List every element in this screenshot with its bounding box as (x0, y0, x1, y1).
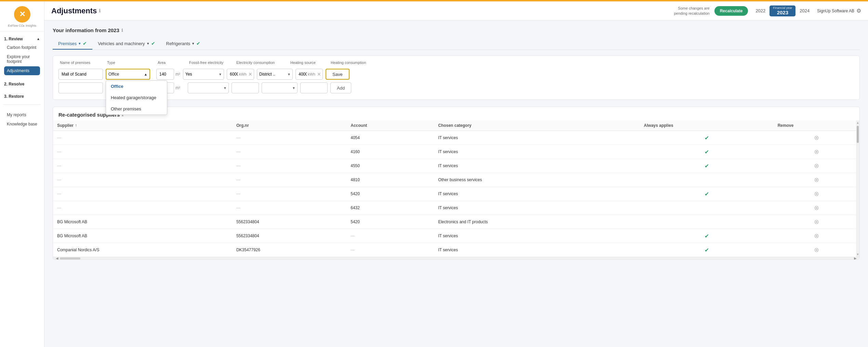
col-header-heat-cons: Heating consumption (331, 61, 382, 65)
th-supplier[interactable]: Supplier ↑ (53, 120, 232, 131)
cell-org: — (232, 159, 346, 173)
remove-icon[interactable]: ⊗ (814, 176, 819, 183)
tab-vehicles[interactable]: Vehicles and machinery ▾ ✔ (92, 38, 160, 50)
cell-remove: ⊗ (774, 159, 859, 173)
scroll-up-arrow[interactable]: ▲ (856, 121, 859, 124)
always-check-icon: ✔ (705, 149, 709, 155)
premises-type-select[interactable]: Office ▲ (106, 69, 150, 80)
sidebar-section-header-review[interactable]: 1. Review ▲ (3, 35, 41, 43)
remove-icon[interactable]: ⊗ (814, 162, 819, 169)
remove-icon[interactable]: ⊗ (814, 246, 819, 253)
tab-premises[interactable]: Premises ▾ ✔ (53, 38, 92, 50)
remove-icon[interactable]: ⊗ (814, 204, 819, 211)
cell-org: — (232, 173, 346, 187)
col-header-type: Type (107, 61, 155, 65)
scrollbar-horizontal[interactable]: ◀ ▶ (53, 257, 859, 259)
heat-src-select-empty[interactable] (262, 82, 298, 93)
always-check-icon: ✔ (705, 191, 709, 197)
premises-row-1: Office ▲ Office Heated garage/storage Ot… (58, 67, 854, 81)
tab-refrigerants[interactable]: Refrigerants ▾ ✔ (161, 38, 206, 50)
info-section-title: Your information from 2023 ℹ (53, 27, 860, 33)
section-info-icon[interactable]: ℹ (121, 28, 123, 33)
cell-supplier: Companial Nordics A/S (53, 243, 232, 257)
premises-name-input-empty[interactable] (58, 82, 103, 93)
type-option-other[interactable]: Other premises (106, 103, 167, 115)
cell-always (640, 215, 774, 229)
tab-refrigerants-chevron: ▾ (192, 41, 194, 46)
table-row: — — 4810 Other business services ⊗ (53, 173, 859, 187)
premises-fossil-select[interactable]: Yes No (183, 69, 224, 80)
add-button[interactable]: Add (330, 82, 351, 93)
table-row: — — 5420 IT services ✔ ⊗ (53, 187, 859, 201)
year-button-2022[interactable]: 2022 (753, 7, 768, 15)
table-row: BG Microsoft AB 5562334804 — IT services… (53, 229, 859, 243)
premises-area-input[interactable] (156, 69, 174, 80)
financial-year-active[interactable]: Financial year 2023 (770, 5, 795, 16)
year-selector: 2022 Financial year 2023 2024 (753, 5, 812, 16)
scroll-down-arrow[interactable]: ▼ (856, 253, 859, 256)
always-check-icon: ✔ (705, 233, 709, 239)
sidebar-section-header-resolve[interactable]: 2. Resolve (3, 80, 41, 88)
sidebar-section-restore: 3. Restore (0, 89, 44, 102)
sidebar-item-explore-footprint[interactable]: Explore your footprint (4, 52, 40, 66)
chevron-up-icon2: ▲ (144, 72, 147, 76)
save-button[interactable]: Save (326, 69, 350, 80)
elec-input-empty[interactable] (232, 82, 259, 93)
remove-icon[interactable]: ⊗ (814, 148, 819, 155)
col-header-elec: Electricity consumption (236, 61, 288, 65)
heat-cons-input-empty[interactable] (300, 82, 328, 93)
suppliers-thead: Supplier ↑ Org.nr Account Chosen categor… (53, 120, 859, 131)
sidebar-item-my-reports[interactable]: My reports (4, 110, 40, 119)
logo-icon: ✕ (14, 6, 30, 23)
cell-supplier: BG Microsoft AB (53, 229, 232, 243)
cell-account: 4160 (346, 145, 434, 159)
always-check-icon: ✔ (705, 163, 709, 169)
th-org: Org.nr (232, 120, 346, 131)
th-always: Always applies (640, 120, 774, 131)
scrollbar-vertical[interactable]: ▲ ▼ (856, 120, 859, 257)
remove-icon[interactable]: ⊗ (814, 134, 819, 141)
cell-org: — (232, 145, 346, 159)
premises-heat-src-select[interactable]: District .. Electric Gas (257, 69, 293, 80)
cell-category: Electronics and IT products (434, 215, 640, 229)
remove-icon[interactable]: ⊗ (814, 190, 819, 197)
premises-type-wrapper: Office ▲ Office Heated garage/storage Ot… (106, 69, 154, 80)
chevron-up-icon: ▲ (37, 37, 40, 41)
settings-icon[interactable]: ⚙ (856, 8, 861, 14)
recalculate-button[interactable]: Recalculate (714, 6, 748, 16)
premises-heat-cons-wrap: kWh ✕ (295, 69, 323, 80)
scroll-right-arrow[interactable]: ▶ (853, 256, 858, 260)
table-row: — — 6432 IT services ⊗ (53, 201, 859, 215)
col-header-heat-src: Heating source (290, 61, 328, 65)
th-remove: Remove (774, 120, 859, 131)
title-info-icon[interactable]: ℹ (99, 8, 101, 13)
premises-fossil-wrapper: Yes No ▼ (183, 69, 224, 80)
scroll-left-arrow[interactable]: ◀ (54, 256, 60, 260)
table-row: Companial Nordics A/S DK35477926 — IT se… (53, 243, 859, 257)
cell-remove: ⊗ (774, 215, 859, 229)
sidebar-section-header-restore[interactable]: 3. Restore (3, 93, 41, 100)
sidebar-section-resolve: 2. Resolve (0, 77, 44, 89)
year-button-2024[interactable]: 2024 (797, 7, 812, 15)
sidebar-item-knowledge-base[interactable]: Knowledge base (4, 120, 40, 129)
premises-name-input[interactable] (58, 69, 103, 80)
sidebar-item-adjustments[interactable]: Adjustments (4, 66, 40, 75)
sidebar-item-carbon-footprint[interactable]: Carbon footprint (4, 43, 40, 52)
type-option-office[interactable]: Office (106, 81, 167, 92)
cell-remove: ⊗ (774, 145, 859, 159)
cell-account: 4810 (346, 173, 434, 187)
remove-icon[interactable]: ⊗ (814, 232, 819, 239)
cell-remove: ⊗ (774, 131, 859, 145)
type-option-heated-garage[interactable]: Heated garage/storage (106, 92, 167, 103)
cell-account: 4550 (346, 159, 434, 173)
fossil-select-empty[interactable] (188, 82, 229, 93)
cell-remove: ⊗ (774, 187, 859, 201)
main-area: Adjustments ℹ Some changes are pending r… (44, 1, 868, 347)
elec-clear-icon[interactable]: ✕ (248, 71, 252, 77)
remove-icon[interactable]: ⊗ (814, 218, 819, 225)
heat-clear-icon[interactable]: ✕ (317, 71, 321, 77)
cell-org: — (232, 201, 346, 215)
user-label: SignUp Software AB ⚙ (817, 8, 861, 14)
cell-remove: ⊗ (774, 243, 859, 257)
table-row: — — 4054 IT services ✔ ⊗ (53, 131, 859, 145)
